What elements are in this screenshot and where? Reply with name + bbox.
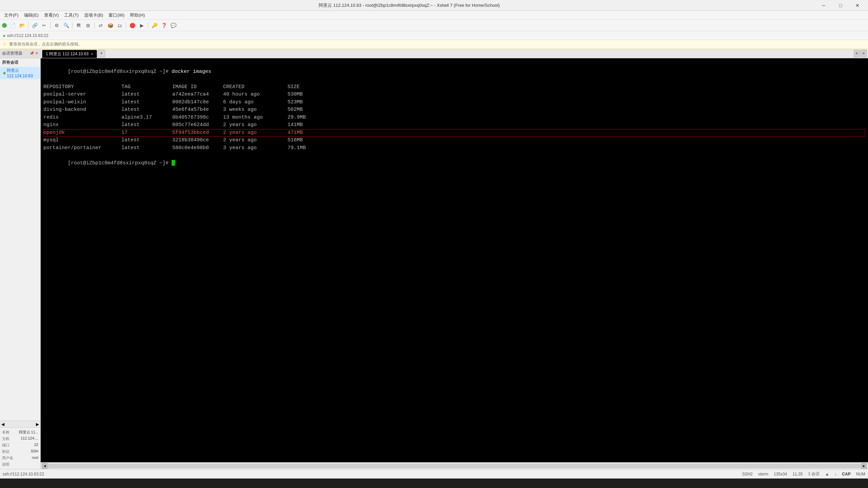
port-value: 22 (34, 443, 38, 448)
terminal[interactable]: [root@iZbp1c8m4fd8sxirpxq0sqZ ~]# docker… (41, 58, 868, 462)
cell-size: 523MB (288, 99, 303, 106)
cell-repo: poolpal-weixin (43, 99, 121, 106)
disconnect-button[interactable]: ✂ (40, 21, 48, 30)
menu-item-b[interactable]: 选项卡(B) (81, 12, 106, 19)
sidebar-item-aliyun[interactable]: 阿里云 112.124.10.63 (0, 67, 40, 79)
info-port-row: 端口 22 (2, 442, 38, 448)
info-description-row: 说明 (2, 461, 38, 468)
tab-nav-left[interactable]: < (854, 50, 860, 57)
cell-id: 0b405767398c (172, 114, 223, 122)
menu-item-v[interactable]: 查看(V) (41, 12, 61, 19)
tabs-container: 1 阿里云 112.124.10.63 ✕ + < > [root@iZbp1c… (41, 49, 868, 469)
menu-item-t[interactable]: 工具(T) (61, 12, 81, 19)
scroll-right-arrow[interactable]: ▶ (861, 463, 867, 469)
cell-tag: latest (121, 144, 172, 152)
notice-text: 要添加当前会话，点击左侧的箭头按钮。 (9, 41, 82, 47)
status-right: SSH2 xterm 135x34 11,35 1 会话 ▲ ↓ CAP NUM (742, 471, 865, 477)
separator-4 (94, 22, 95, 29)
status-dimensions: 135x34 (774, 472, 787, 476)
header-id: IMAGE ID (172, 83, 223, 91)
sidebar-close-icon[interactable]: ✕ (35, 51, 38, 56)
all-sessions-label: 所有会话 (2, 60, 18, 65)
terminal-prompt-line: [root@iZbp1c8m4fd8sxirpxq0sqZ ~]# docker… (43, 60, 865, 83)
cell-size: 79.1MB (288, 144, 306, 152)
cell-tag: 17 (121, 129, 172, 137)
menu-item-h[interactable]: 帮助(H) (127, 12, 147, 19)
header-tag: TAG (121, 83, 172, 91)
sidebar-sections: 所有会话 阿里云 112.124.10.63 (0, 58, 40, 421)
menu-bar: 文件(F)编辑(E)查看(V)工具(T)选项卡(B)窗口(W)帮助(H) (0, 11, 868, 20)
help-button[interactable]: ❓ (159, 21, 168, 30)
transfer-button[interactable]: ⇄ (96, 21, 105, 30)
cell-tag: latest (121, 106, 172, 114)
cell-tag: latest (121, 121, 172, 129)
status-session-count: 1 会话 (808, 471, 820, 477)
sidebar-title: 会话管理器 (2, 50, 22, 56)
info-host-row: 主机 112.124.... (2, 435, 38, 442)
sidebar-pin-icon[interactable]: 📌 (29, 51, 34, 56)
scroll-right-icon[interactable]: ▶ (36, 422, 39, 427)
scroll-track[interactable] (48, 464, 861, 468)
close-button[interactable]: ✕ (850, 0, 865, 11)
cell-id: 5f94f53bbced (172, 129, 223, 137)
menu-item-e[interactable]: 编辑(E) (21, 12, 41, 19)
menu-item-w[interactable]: 窗口(W) (106, 12, 127, 19)
replay-button[interactable]: ▶ (137, 21, 146, 30)
menu-item-f[interactable]: 文件(F) (1, 12, 21, 19)
tab-label: 1 阿里云 112.124.10.63 (46, 51, 88, 57)
tools-button[interactable]: 🛠 (74, 21, 83, 30)
window-controls: ─ □ ✕ (816, 0, 865, 11)
info-username-row: 用户名 root (2, 455, 38, 461)
host-label: 主机 (2, 436, 9, 441)
cell-repo: portainer/portainer (43, 144, 121, 152)
scroll-area: ◀ ▶ (41, 462, 868, 469)
separator-5 (126, 22, 126, 29)
settings-button[interactable]: ⚙ (52, 21, 61, 30)
table-row: poolpal-weixin latest 8002db147c8e 6 day… (43, 99, 865, 106)
tab-aliyun[interactable]: 1 阿里云 112.124.10.63 ✕ (42, 50, 97, 58)
notice-icon: ⚐ (3, 42, 7, 47)
tab-close-icon[interactable]: ✕ (91, 52, 93, 56)
cell-id: 8002db147c8e (172, 99, 223, 106)
info-name-row: 名称 阿里云 11... (2, 429, 38, 435)
sidebar-scroll: ◀ ▶ (0, 421, 40, 427)
ssh-icon: ● (3, 33, 5, 38)
sftp-button[interactable]: 🗂 (115, 21, 124, 30)
key-button[interactable]: 🔑 (150, 21, 159, 30)
header-size: SIZE (288, 83, 300, 91)
scroll-left-arrow[interactable]: ◀ (42, 463, 47, 469)
cell-repo: poolpal-server (43, 91, 121, 99)
search-button[interactable]: 🔍 (62, 21, 71, 30)
scroll-left-icon[interactable]: ◀ (1, 422, 4, 427)
restore-button[interactable]: □ (833, 0, 848, 11)
ssh-bar: ● ssh://112.124.10.63:22 (0, 31, 868, 40)
port-label: 端口 (2, 443, 9, 448)
table-row: nginx latest 605c77e624dd 2 years ago 14… (43, 121, 865, 129)
main-layout: 会话管理器 📌 ✕ 所有会话 阿里云 112.124.10.63 ◀ ▶ 名称 … (0, 49, 868, 469)
prompt-text: [root@iZbp1c8m4fd8sxirpxq0sqZ ~]# (68, 69, 172, 75)
status-arrow-indicator: ↓ (834, 472, 836, 476)
zmodem-button[interactable]: 📦 (106, 21, 115, 30)
new-session-button[interactable]: 📄 (8, 21, 17, 30)
active-indicator (3, 72, 5, 75)
connect-button[interactable]: 🔗 (30, 21, 39, 30)
minimize-button[interactable]: ─ (816, 0, 831, 11)
stop-button[interactable]: 🛑 (128, 21, 137, 30)
open-button[interactable]: 📂 (18, 21, 26, 30)
sidebar-item-label: 阿里云 112.124.10.63 (7, 68, 37, 78)
separator-6 (148, 22, 148, 29)
cell-repo: nginx (43, 121, 121, 129)
username-label: 用户名 (2, 455, 13, 461)
cell-created: 13 months ago (223, 114, 288, 122)
table-row: portainer/portainer latest 580c0e4e98b0 … (43, 144, 865, 152)
cell-created: 3 weeks ago (223, 106, 288, 114)
tab-nav-right[interactable]: > (861, 50, 867, 57)
cell-created: 2 years ago (223, 137, 288, 144)
sidebar-all-sessions[interactable]: 所有会话 (0, 58, 40, 67)
cell-tag: latest (121, 137, 172, 144)
layout-button[interactable]: ⊞ (84, 21, 93, 30)
sidebar-header-icons: 📌 ✕ (29, 51, 38, 56)
tab-add-button[interactable]: + (98, 50, 105, 57)
separator-1 (28, 22, 28, 29)
chat-button[interactable]: 💬 (169, 21, 178, 30)
